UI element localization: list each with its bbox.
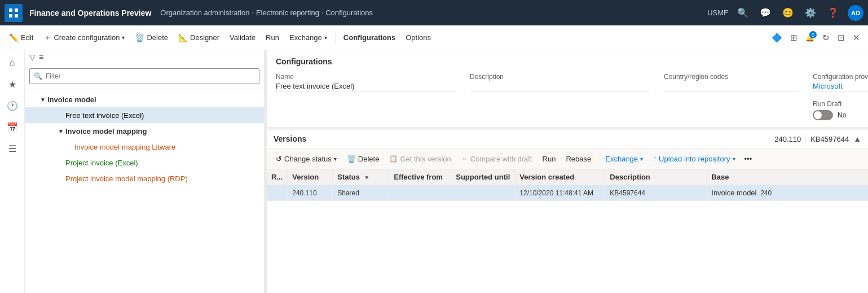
versions-section: Versions 240.110 KB4597644 ▲ ↺ Change st… [267, 130, 868, 293]
tree-item-inv-mapping-litware[interactable]: Invoice model mapping Litware [25, 139, 264, 155]
versions-table-container: R... Version Status ▼ Effective from Sup… [267, 169, 868, 293]
exchange-button[interactable]: Exchange ▾ [285, 29, 332, 47]
versions-table-head: R... Version Status ▼ Effective from Sup… [267, 169, 868, 185]
versions-delete-icon: 🗑️ [347, 155, 356, 163]
versions-collapse-button[interactable]: ▲ [853, 134, 861, 143]
upload-into-repo-button[interactable]: ↑ Upload into repository ▾ [649, 151, 739, 167]
sidebar-recent-button[interactable]: 🕐 [2, 95, 23, 116]
svg-rect-0 [9, 8, 12, 12]
app-grid-icon[interactable] [5, 4, 23, 22]
breadcrumb-chevron-1: › [252, 10, 254, 16]
smiley-button[interactable]: 😊 [780, 5, 796, 21]
versions-title: Versions [274, 134, 306, 143]
exchange-chevron: ▾ [324, 34, 327, 41]
designer-button[interactable]: 📐 Designer [174, 29, 224, 47]
field-country: Country/region codes [664, 73, 799, 92]
sidebar-icons: ⌂ ★ 🕐 📅 ☰ [0, 50, 25, 293]
user-avatar[interactable]: AD [848, 5, 863, 21]
versions-run-label: Run [543, 155, 556, 163]
run-draft-row: Run Draft No [813, 100, 868, 120]
versions-exchange-button[interactable]: Exchange ▾ [601, 151, 647, 167]
tree-item-project-invoice-excel[interactable]: Project invoice (Excel) [25, 155, 264, 170]
compare-icon: ↔ [461, 155, 468, 163]
breadcrumb-configurations[interactable]: Configurations [325, 8, 373, 17]
versions-meta-divider [805, 134, 806, 143]
change-status-button[interactable]: ↺ Change status ▾ [271, 151, 341, 167]
status-filter-icon[interactable]: ▼ [364, 174, 369, 181]
rebase-button[interactable]: Rebase [561, 151, 596, 167]
sidebar-star-button[interactable]: ★ [2, 74, 23, 94]
get-version-label: Get this version [400, 155, 451, 163]
versions-more-button[interactable]: ••• [741, 151, 756, 167]
versions-table: R... Version Status ▼ Effective from Sup… [267, 169, 868, 201]
th-base: Base [707, 169, 868, 185]
create-configuration-button[interactable]: ＋ Create configuration ▾ [39, 29, 129, 47]
tree-filter-input[interactable] [29, 68, 259, 84]
versions-exchange-chevron: ▾ [640, 156, 643, 162]
search-button[interactable]: 🔍 [735, 5, 751, 21]
tree-filter-icon[interactable]: ▽ [29, 53, 36, 62]
field-provider-value[interactable]: Microsoft [813, 82, 868, 92]
main-layout: ⌂ ★ 🕐 📅 ☰ ▽ ≡ 🔍 ▼ Invoice model Free tex… [0, 50, 868, 293]
run-draft-label: Run Draft [813, 100, 868, 108]
separator-1 [335, 31, 336, 45]
options-button[interactable]: Options [401, 29, 435, 47]
run-draft-toggle[interactable] [813, 110, 833, 120]
get-version-icon: 📋 [389, 155, 398, 163]
field-provider-label: Configuration provider [813, 73, 868, 81]
refresh-button[interactable]: ↻ [819, 30, 833, 45]
filter-active-icon[interactable]: 🔷 [768, 30, 786, 45]
edit-button[interactable]: ✏️ Edit [5, 29, 38, 47]
base-link[interactable]: Invoice model [711, 189, 756, 197]
validate-button[interactable]: Validate [225, 29, 260, 47]
breadcrumb: Organization administration › Electronic… [160, 8, 373, 17]
th-r: R... [267, 169, 288, 185]
sidebar-list-button[interactable]: ☰ [2, 138, 23, 159]
dropdown-chevron: ▾ [122, 34, 125, 41]
notification-wrapper: 🔔 0 [802, 31, 818, 44]
tree-item-free-text-excel[interactable]: Free text invoice (Excel) [25, 107, 264, 123]
field-config-provider: Configuration provider Microsoft Run Dra… [813, 73, 868, 120]
settings-button[interactable]: ⚙️ [803, 5, 818, 21]
compare-with-draft-button[interactable]: ↔ Compare with draft [457, 151, 537, 167]
top-nav-right: USMF 🔍 💬 😊 ⚙️ ❓ AD [707, 5, 863, 21]
filter-wrapper: 🔍 [29, 68, 259, 84]
upload-icon: ↑ [653, 155, 656, 163]
run-button[interactable]: Run [261, 29, 284, 47]
help-button[interactable]: ❓ [825, 5, 841, 21]
versions-delete-button[interactable]: 🗑️ Delete [342, 151, 384, 167]
expand-icon-inv-mapping: ▼ [56, 126, 65, 135]
designer-icon: 📐 [178, 33, 188, 42]
svg-rect-1 [15, 8, 18, 12]
get-this-version-button[interactable]: 📋 Get this version [385, 151, 455, 167]
sidebar-home-button[interactable]: ⌂ [2, 53, 23, 73]
table-row[interactable]: 240.110 Shared 12/10/2020 11:48:41 AM KB… [267, 185, 868, 201]
tree-item-label-rdp: Project invoice model mapping (RDP) [65, 174, 188, 183]
tree-item-invoice-model-mapping[interactable]: ▼ Invoice model mapping [25, 123, 264, 139]
versions-header-row: R... Version Status ▼ Effective from Sup… [267, 169, 868, 185]
chat-button[interactable]: 💬 [757, 5, 773, 21]
versions-run-button[interactable]: Run [538, 151, 561, 167]
versions-meta-kb: KB4597644 [810, 135, 849, 143]
tree-lines-icon[interactable]: ≡ [39, 53, 43, 62]
detail-content-area: Configurations Name Free text invoice (E… [267, 50, 868, 128]
cell-status: Shared [333, 185, 389, 201]
column-icon[interactable]: ⊞ [787, 30, 801, 45]
close-button[interactable]: ✕ [849, 30, 863, 45]
breadcrumb-electronic-reporting[interactable]: Electronic reporting [256, 8, 319, 17]
breadcrumb-org-admin[interactable]: Organization administration [160, 8, 249, 17]
top-nav-left: Finance and Operations Preview Organizat… [5, 4, 373, 22]
field-desc-label: Description [470, 73, 650, 81]
versions-delete-label: Delete [358, 155, 380, 163]
tree-item-proj-inv-mapping-rdp[interactable]: Project invoice model mapping (RDP) [25, 170, 264, 186]
notification-badge: 0 [809, 31, 817, 38]
configurations-tab-button[interactable]: Configurations [339, 29, 400, 47]
expand-button[interactable]: ⊡ [834, 30, 848, 45]
sidebar-calendar-button[interactable]: 📅 [2, 117, 23, 137]
edit-icon: ✏️ [9, 33, 19, 42]
tree-item-invoice-model[interactable]: ▼ Invoice model [25, 91, 264, 107]
notification-button[interactable]: 🔔 0 [802, 31, 818, 44]
detail-panel: Configurations Name Free text invoice (E… [267, 50, 868, 293]
delete-button[interactable]: 🗑️ Delete [130, 29, 173, 47]
tree-item-label-invoice-model: Invoice model [47, 95, 96, 104]
